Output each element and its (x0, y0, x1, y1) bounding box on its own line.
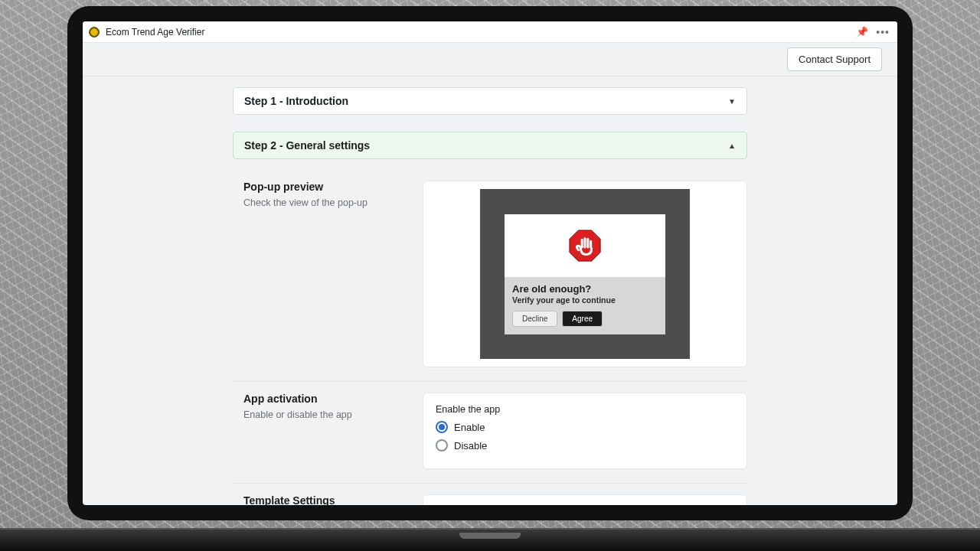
app-logo-icon (89, 27, 100, 37)
app-title: Ecom Trend Age Verifier (106, 27, 204, 37)
radio-disable-label: Disable (454, 440, 487, 452)
pin-icon[interactable]: 📌 (856, 26, 868, 37)
preview-modal: Are old enough? Verify your age to conti… (505, 214, 665, 334)
activation-title: App activation (243, 393, 404, 405)
radio-enable-indicator (436, 421, 448, 433)
popup-decline-button[interactable]: Decline (512, 311, 557, 327)
stop-hand-icon (567, 228, 603, 263)
radio-disable-indicator (436, 439, 448, 452)
toolbar: Contact Support (83, 43, 897, 77)
popup-title: Are old enough? (512, 283, 658, 295)
template-title: Template Settings (243, 494, 404, 505)
caret-up-icon: ▲ (728, 142, 736, 150)
laptop-frame: Ecom Trend Age Verifier 📌 ••• Contact Su… (67, 6, 913, 520)
radio-disable[interactable]: Disable (436, 439, 734, 452)
more-menu-icon[interactable]: ••• (876, 26, 890, 38)
section-template-settings: Template Settings Specify template setti… (233, 483, 747, 505)
step2-panel: Pop-up preview Check the view of the pop… (233, 159, 747, 505)
activation-desc: Enable or disable the app (243, 409, 404, 420)
app-screen: Ecom Trend Age Verifier 📌 ••• Contact Su… (83, 21, 897, 505)
radio-enable[interactable]: Enable (436, 421, 734, 433)
popup-agree-button[interactable]: Agree (562, 311, 603, 327)
accordion-step1[interactable]: Step 1 - Introduction ▼ (233, 87, 747, 115)
template-card: Pop-up template Template 3 ▲▼ (423, 494, 747, 505)
preview-title: Pop-up preview (243, 181, 404, 193)
laptop-base (0, 528, 980, 551)
contact-support-button[interactable]: Contact Support (787, 47, 882, 71)
activation-field-label: Enable the app (436, 404, 734, 415)
radio-enable-label: Enable (454, 422, 485, 433)
section-app-activation: App activation Enable or disable the app… (233, 381, 747, 483)
titlebar: Ecom Trend Age Verifier 📌 ••• (83, 21, 897, 43)
content-area: Step 1 - Introduction ▼ Step 2 - General… (83, 77, 897, 505)
accordion-step1-label: Step 1 - Introduction (244, 95, 348, 107)
accordion-step2[interactable]: Step 2 - General settings ▲ (233, 132, 747, 159)
caret-down-icon: ▼ (728, 97, 736, 106)
activation-card: Enable the app Enable Disable (423, 393, 747, 469)
popup-subtitle: Verify your age to continue (512, 295, 658, 305)
preview-desc: Check the view of the pop-up (243, 197, 404, 208)
accordion-step2-label: Step 2 - General settings (244, 139, 370, 152)
preview-card: Are old enough? Verify your age to conti… (423, 181, 747, 367)
section-popup-preview: Pop-up preview Check the view of the pop… (233, 170, 747, 381)
preview-backdrop: Are old enough? Verify your age to conti… (480, 189, 690, 359)
